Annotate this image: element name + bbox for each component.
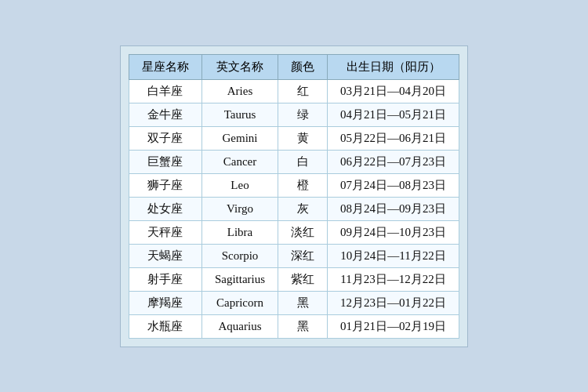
zodiac-table: 星座名称 英文名称 颜色 出生日期（阳历） 白羊座Aries红03月21日—04…	[129, 54, 459, 339]
cell-english-name: Scorpio	[201, 244, 278, 267]
cell-color: 白	[278, 150, 328, 173]
table-row: 处女座Virgo灰08月24日—09月23日	[129, 197, 459, 220]
cell-color: 淡红	[278, 220, 328, 244]
header-dates: 出生日期（阳历）	[328, 54, 459, 79]
cell-chinese-name: 天秤座	[129, 220, 201, 244]
table-row: 摩羯座Capricorn黑12月23日—01月22日	[129, 291, 459, 314]
cell-color: 黑	[278, 291, 328, 314]
table-row: 狮子座Leo橙07月24日—08月23日	[129, 173, 459, 197]
cell-color: 黑	[278, 314, 328, 338]
cell-color: 绿	[278, 103, 328, 126]
cell-english-name: Sagittarius	[201, 267, 278, 291]
cell-dates: 06月22日—07月23日	[328, 150, 459, 173]
cell-color: 橙	[278, 173, 328, 197]
table-row: 水瓶座Aquarius黑01月21日—02月19日	[129, 314, 459, 338]
cell-dates: 10月24日—11月22日	[328, 244, 459, 267]
table-row: 天秤座Libra淡红09月24日—10月23日	[129, 220, 459, 244]
cell-dates: 04月21日—05月21日	[328, 103, 459, 126]
table-row: 射手座Sagittarius紫红11月23日—12月22日	[129, 267, 459, 291]
cell-english-name: Leo	[201, 173, 278, 197]
table-row: 双子座Gemini黄05月22日—06月21日	[129, 126, 459, 150]
cell-dates: 03月21日—04月20日	[328, 79, 459, 103]
cell-english-name: Virgo	[201, 197, 278, 220]
cell-dates: 01月21日—02月19日	[328, 314, 459, 338]
cell-dates: 08月24日—09月23日	[328, 197, 459, 220]
zodiac-table-container: 星座名称 英文名称 颜色 出生日期（阳历） 白羊座Aries红03月21日—04…	[120, 45, 468, 347]
cell-english-name: Gemini	[201, 126, 278, 150]
table-row: 巨蟹座Cancer白06月22日—07月23日	[129, 150, 459, 173]
table-row: 金牛座Taurus绿04月21日—05月21日	[129, 103, 459, 126]
cell-english-name: Capricorn	[201, 291, 278, 314]
cell-chinese-name: 巨蟹座	[129, 150, 201, 173]
cell-dates: 05月22日—06月21日	[328, 126, 459, 150]
table-row: 天蝎座Scorpio深红10月24日—11月22日	[129, 244, 459, 267]
header-chinese-name: 星座名称	[129, 54, 201, 79]
cell-chinese-name: 射手座	[129, 267, 201, 291]
cell-dates: 11月23日—12月22日	[328, 267, 459, 291]
cell-chinese-name: 狮子座	[129, 173, 201, 197]
cell-color: 灰	[278, 197, 328, 220]
cell-chinese-name: 金牛座	[129, 103, 201, 126]
cell-english-name: Cancer	[201, 150, 278, 173]
cell-color: 黄	[278, 126, 328, 150]
cell-chinese-name: 天蝎座	[129, 244, 201, 267]
header-english-name: 英文名称	[201, 54, 278, 79]
cell-dates: 09月24日—10月23日	[328, 220, 459, 244]
cell-english-name: Taurus	[201, 103, 278, 126]
cell-english-name: Aquarius	[201, 314, 278, 338]
table-row: 白羊座Aries红03月21日—04月20日	[129, 79, 459, 103]
table-header-row: 星座名称 英文名称 颜色 出生日期（阳历）	[129, 54, 459, 79]
header-color: 颜色	[278, 54, 328, 79]
cell-color: 红	[278, 79, 328, 103]
cell-color: 紫红	[278, 267, 328, 291]
cell-dates: 12月23日—01月22日	[328, 291, 459, 314]
cell-chinese-name: 双子座	[129, 126, 201, 150]
cell-english-name: Aries	[201, 79, 278, 103]
cell-chinese-name: 摩羯座	[129, 291, 201, 314]
cell-dates: 07月24日—08月23日	[328, 173, 459, 197]
cell-chinese-name: 处女座	[129, 197, 201, 220]
cell-chinese-name: 水瓶座	[129, 314, 201, 338]
cell-color: 深红	[278, 244, 328, 267]
cell-english-name: Libra	[201, 220, 278, 244]
cell-chinese-name: 白羊座	[129, 79, 201, 103]
